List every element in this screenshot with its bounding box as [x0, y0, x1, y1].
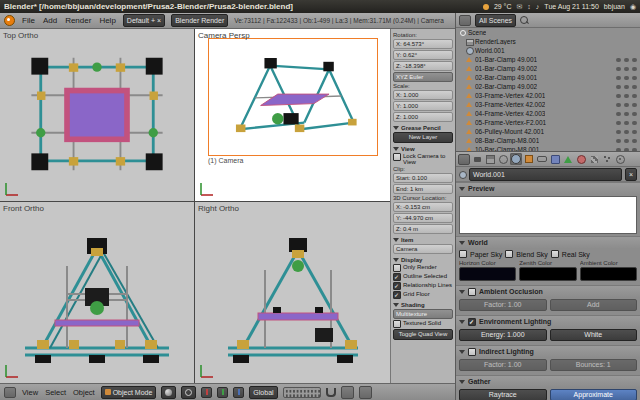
unlink-scene-icon[interactable]: ×	[157, 17, 161, 24]
sound-icon[interactable]: ♪	[536, 3, 540, 10]
outliner-editor-type-icon[interactable]	[459, 15, 471, 26]
printer-model-front-view[interactable]	[7, 208, 187, 378]
visibility-eye-icon[interactable]	[616, 67, 621, 71]
render-restrict-icon[interactable]	[632, 94, 637, 98]
world-panel-header[interactable]: World	[456, 237, 640, 248]
grease-pencil-panel-header[interactable]: Grease Pencil	[393, 125, 453, 131]
manipulator-rotate-button[interactable]	[217, 387, 228, 398]
ambient-color-swatch[interactable]	[580, 267, 637, 281]
clock[interactable]: Tue Aug 21 11:50	[544, 3, 599, 10]
visibility-eye-icon[interactable]	[616, 94, 621, 98]
scale-z-field[interactable]: Z: 1.000	[393, 112, 453, 122]
blender-logo-icon[interactable]	[4, 15, 15, 26]
visibility-eye-icon[interactable]	[616, 121, 621, 125]
visibility-eye-icon[interactable]	[616, 112, 621, 116]
cursor-x-field[interactable]: X: -0.153 cm	[393, 202, 453, 212]
lock-camera-row[interactable]: Lock Camera to View	[393, 153, 453, 165]
layers-grid[interactable]	[283, 387, 321, 398]
outliner-row[interactable]: 02-Bar-Clamp 49.001	[456, 73, 640, 82]
cursor-z-field[interactable]: Z: 0.4 m	[393, 224, 453, 234]
tab-constraints[interactable]	[536, 153, 548, 165]
tab-texture[interactable]	[588, 153, 600, 165]
menu-help[interactable]: Help	[98, 16, 116, 25]
selectable-icon[interactable]	[624, 67, 629, 71]
clip-end-field[interactable]: End: 1 km	[393, 184, 453, 194]
printer-model-top-view[interactable]	[7, 39, 187, 189]
transform-orientation-dropdown[interactable]: Global	[249, 386, 277, 399]
outliner-row[interactable]: 06-Pulley-Mount 42.001	[456, 127, 640, 136]
only-render-checkbox[interactable]	[393, 264, 401, 272]
outliner-row[interactable]: 10-Bar-Clamp-M8.001	[456, 145, 640, 152]
render-restrict-icon[interactable]	[632, 85, 637, 89]
tab-physics[interactable]	[614, 153, 626, 165]
menu-render[interactable]: Render	[64, 16, 92, 25]
gather-raytrace-button[interactable]: Raytrace	[459, 389, 547, 400]
user-menu[interactable]: bbjuan	[604, 3, 625, 10]
render-restrict-icon[interactable]	[632, 103, 637, 107]
ao-panel-header[interactable]: Ambient Occlusion	[456, 286, 640, 297]
tab-scene[interactable]	[497, 153, 509, 165]
paper-sky-checkbox[interactable]	[459, 250, 467, 258]
viewport-top-ortho[interactable]: Top Ortho	[0, 29, 194, 201]
selectable-icon[interactable]	[624, 94, 629, 98]
render-restrict-icon[interactable]	[632, 148, 637, 152]
power-icon[interactable]: ◉	[630, 3, 636, 11]
horizon-color-swatch[interactable]	[459, 267, 516, 281]
rotation-mode-dropdown[interactable]: XYZ Euler	[393, 72, 453, 82]
render-restrict-icon[interactable]	[632, 121, 637, 125]
outline-selected-checkbox[interactable]	[393, 273, 401, 281]
render-restrict-icon[interactable]	[632, 130, 637, 134]
render-restrict-icon[interactable]	[632, 76, 637, 80]
viewport-divider-vertical[interactable]	[194, 29, 195, 383]
selectable-icon[interactable]	[624, 139, 629, 143]
toggle-quad-view-button[interactable]: Toggle Quad View	[393, 329, 453, 340]
viewport-quad-area[interactable]: Top Ortho	[0, 29, 390, 383]
manipulator-translate-button[interactable]	[201, 387, 212, 398]
view3d-editor-type-icon[interactable]	[4, 387, 16, 398]
blend-sky-checkbox[interactable]	[505, 250, 513, 258]
outliner-row[interactable]: 04-Frame-Vertex 42.003	[456, 109, 640, 118]
rotation-y-field[interactable]: Y: 0.62°	[393, 50, 453, 60]
render-restrict-icon[interactable]	[632, 112, 637, 116]
selectable-icon[interactable]	[624, 130, 629, 134]
visibility-eye-icon[interactable]	[616, 76, 621, 80]
tab-render-layers[interactable]	[484, 153, 496, 165]
indirect-factor-slider[interactable]: Factor: 1.00	[459, 359, 547, 371]
menu-object[interactable]: Object	[72, 388, 96, 397]
indirect-bounces-field[interactable]: Bounces: 1	[550, 359, 638, 371]
render-restrict-icon[interactable]	[632, 58, 637, 62]
tab-render[interactable]	[471, 153, 483, 165]
render-engine-selector[interactable]: Blender Render	[171, 14, 228, 27]
world-name-field[interactable]: World.001	[469, 168, 622, 181]
env-enable-checkbox[interactable]	[468, 318, 476, 326]
render-opengl-anim-icon[interactable]	[359, 386, 372, 399]
shading-panel-header[interactable]: Shading	[393, 302, 453, 308]
indirect-panel-header[interactable]: Indirect Lighting	[456, 346, 640, 357]
mail-icon[interactable]: ✉	[516, 3, 522, 11]
relationship-lines-checkbox[interactable]	[393, 282, 401, 290]
add-scene-icon[interactable]: +	[151, 17, 155, 24]
visibility-eye-icon[interactable]	[616, 148, 621, 152]
env-panel-header[interactable]: Environment Lighting	[456, 316, 640, 327]
outline-selected-row[interactable]: Outline Selected	[393, 273, 453, 281]
tab-world[interactable]	[510, 153, 522, 165]
temperature-indicator[interactable]: 29 °C	[494, 3, 512, 10]
mode-dropdown[interactable]: Object Mode	[101, 386, 157, 399]
outliner-row[interactable]: World.001	[456, 46, 640, 55]
tab-object-data[interactable]	[562, 153, 574, 165]
cursor-y-field[interactable]: Y: -44.970 cm	[393, 213, 453, 223]
relationship-lines-row[interactable]: Relationship Lines	[393, 282, 453, 290]
selectable-icon[interactable]	[624, 85, 629, 89]
gather-approximate-button[interactable]: Approximate	[550, 389, 638, 400]
weather-icon[interactable]	[483, 4, 489, 10]
display-panel-header[interactable]: Display	[393, 257, 453, 263]
menu-file[interactable]: File	[21, 16, 36, 25]
tab-modifiers[interactable]	[549, 153, 561, 165]
view-panel-header[interactable]: View	[393, 146, 453, 152]
camera-frame[interactable]	[208, 38, 378, 156]
selectable-icon[interactable]	[624, 112, 629, 116]
printer-model-right-view[interactable]	[203, 208, 383, 378]
selectable-icon[interactable]	[624, 121, 629, 125]
outliner-row[interactable]: 08-Bar-Clamp-M8.001	[456, 136, 640, 145]
ao-enable-checkbox[interactable]	[468, 288, 476, 296]
